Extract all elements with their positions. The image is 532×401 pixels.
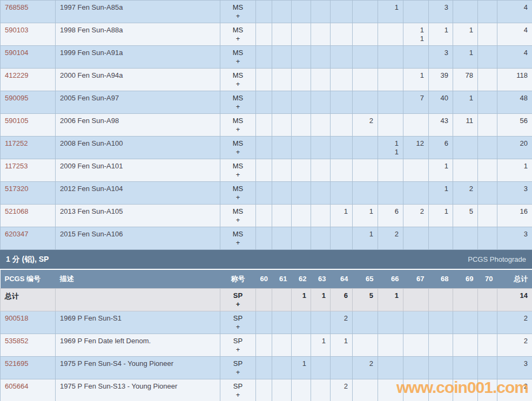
grade-63-cell bbox=[311, 205, 331, 227]
pcgs-number-link[interactable]: 590103 bbox=[5, 26, 28, 34]
pcgs-number-link[interactable]: 620347 bbox=[5, 230, 28, 238]
plus-count bbox=[357, 391, 373, 399]
pcgs-number-link[interactable]: 521695 bbox=[5, 359, 28, 368]
plus-count bbox=[260, 12, 267, 21]
plus-count bbox=[315, 216, 326, 225]
grade-69-cell bbox=[453, 334, 478, 356]
grade-67-cell bbox=[403, 182, 429, 205]
designation-label: SP bbox=[225, 314, 251, 323]
grade-60-cell bbox=[256, 91, 272, 114]
grade-count: 39 bbox=[433, 71, 448, 80]
plus-count bbox=[277, 391, 287, 399]
grade-count bbox=[482, 359, 493, 368]
grade-68-cell: 40 bbox=[429, 91, 453, 114]
grade-count bbox=[277, 117, 287, 125]
grade-count: 5 bbox=[457, 207, 473, 216]
pcgs-number-link[interactable]: 590105 bbox=[5, 117, 28, 125]
grade-count: 1 bbox=[433, 207, 448, 216]
plus-count bbox=[315, 239, 326, 247]
plus-count bbox=[260, 125, 267, 134]
grade-62-cell bbox=[292, 69, 311, 91]
grade-count bbox=[482, 230, 493, 239]
grade-count bbox=[315, 359, 326, 368]
plus-count bbox=[260, 193, 267, 202]
grade-61-cell bbox=[272, 205, 292, 227]
pcgs-number-cell: 590103 bbox=[1, 23, 56, 46]
plus-count bbox=[335, 148, 348, 157]
total-cell: 56 bbox=[497, 114, 532, 137]
section-header-band: 1 分 (铝), SP PCGS Photograde bbox=[0, 250, 532, 270]
pcgs-number-link[interactable]: 900518 bbox=[5, 314, 28, 322]
plus-count bbox=[277, 345, 287, 354]
pcgs-number-link[interactable]: 117253 bbox=[5, 162, 28, 170]
grade-68-cell: 43 bbox=[429, 114, 453, 137]
grade-70-cell bbox=[478, 311, 497, 334]
total-cell: 3 bbox=[497, 356, 532, 379]
grade-70-cell bbox=[478, 23, 497, 46]
grade-count bbox=[260, 207, 267, 216]
total-cell: 2 bbox=[497, 334, 532, 356]
pcgs-number-link[interactable]: 517320 bbox=[5, 185, 28, 193]
grade-count bbox=[296, 382, 306, 391]
grade-count bbox=[457, 230, 473, 239]
plus-count bbox=[457, 12, 473, 21]
grade-63-cell bbox=[311, 227, 331, 250]
col-header-grade-63: 63 bbox=[311, 270, 331, 288]
grade-count bbox=[315, 230, 326, 239]
grade-count bbox=[260, 314, 267, 323]
grade-count bbox=[260, 185, 267, 193]
grade-count: 7 bbox=[408, 94, 424, 103]
plus-count bbox=[382, 216, 399, 225]
pcgs-number-link[interactable]: 768585 bbox=[5, 3, 28, 11]
grade-61-cell bbox=[272, 159, 292, 182]
total-cell: 3 bbox=[497, 182, 532, 205]
grade-count bbox=[408, 359, 424, 368]
grade-count bbox=[335, 3, 348, 12]
pcgs-number-link[interactable]: 535852 bbox=[5, 337, 28, 345]
plus-count bbox=[382, 80, 399, 89]
grade-69-cell: 1 bbox=[453, 91, 478, 114]
col-header-grade-60: 60 bbox=[256, 270, 272, 288]
grade-count bbox=[296, 337, 306, 345]
plus-count bbox=[277, 300, 287, 309]
designation-cell: MS+ bbox=[220, 23, 256, 46]
designation-plus-label: + bbox=[225, 80, 251, 89]
designation-label: MS bbox=[225, 185, 251, 193]
plus-count bbox=[296, 193, 306, 202]
grade-count: 1 bbox=[433, 26, 448, 35]
total-cell: 4 bbox=[497, 1, 532, 23]
grade-67-cell bbox=[403, 1, 429, 23]
pcgs-number-link[interactable]: 412229 bbox=[5, 71, 28, 79]
designation-label: MS bbox=[225, 139, 251, 148]
grade-count bbox=[260, 3, 267, 12]
plus-count bbox=[457, 125, 473, 134]
pcgs-number-link[interactable]: 605664 bbox=[5, 382, 28, 390]
grade-65-cell: 1 bbox=[353, 205, 378, 227]
plus-count: 1 bbox=[408, 35, 424, 43]
pcgs-number-link[interactable]: 521068 bbox=[5, 207, 28, 215]
pcgs-number-link[interactable]: 590104 bbox=[5, 49, 28, 57]
designation-plus-label: + bbox=[225, 193, 251, 202]
grade-65-cell bbox=[353, 159, 378, 182]
pcgs-number-cell: 521068 bbox=[1, 205, 56, 227]
population-row: 6203472015 Fen Sun-A106MS+123 bbox=[1, 227, 532, 250]
pcgs-number-link[interactable]: 117252 bbox=[5, 139, 28, 147]
grade-68-cell: 1 bbox=[429, 182, 453, 205]
designation-label: MS bbox=[225, 94, 251, 103]
grade-68-cell bbox=[429, 334, 453, 356]
grade-count bbox=[408, 117, 424, 125]
grade-63-cell: 1 bbox=[311, 334, 331, 356]
grade-count bbox=[482, 3, 493, 12]
photograde-link[interactable]: PCGS Photograde bbox=[468, 255, 526, 263]
plus-count bbox=[482, 12, 493, 21]
grade-68-cell: 3 bbox=[429, 1, 453, 23]
designation-plus-label: + bbox=[225, 323, 251, 331]
plus-count bbox=[296, 35, 306, 43]
totals-row: 总计SP+1165114 bbox=[1, 288, 532, 311]
col-header-grade-65: 65 bbox=[353, 270, 378, 288]
pcgs-number-link[interactable]: 590095 bbox=[5, 94, 28, 102]
grade-count bbox=[315, 139, 326, 148]
grade-63-cell bbox=[311, 91, 331, 114]
grade-67-cell bbox=[403, 288, 429, 311]
grade-70-cell bbox=[478, 137, 497, 159]
